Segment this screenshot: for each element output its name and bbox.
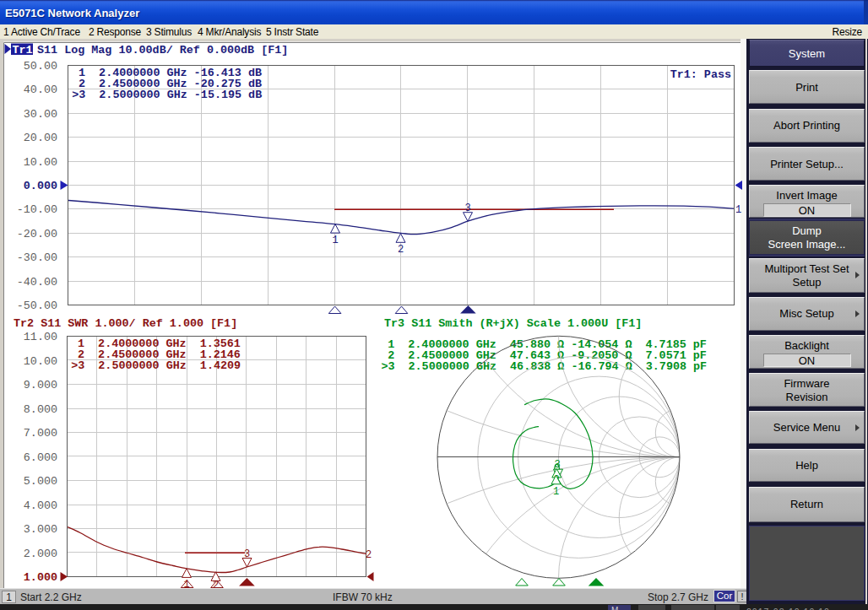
- svg-text:8.000: 8.000: [24, 403, 57, 416]
- svg-text:-40.00: -40.00: [17, 276, 57, 289]
- svg-text:>3 2.5000000 GHz -15.195 dB: >3 2.5000000 GHz -15.195 dB: [72, 89, 262, 101]
- svg-text:11.00: 11.00: [24, 331, 57, 343]
- svg-text:7.000: 7.000: [24, 427, 57, 440]
- svg-text:2.000: 2.000: [24, 548, 57, 560]
- svg-text:1: 1: [332, 235, 338, 246]
- svg-text:9.000: 9.000: [24, 379, 57, 391]
- svg-text:>3 2.5000000 GHz 1.4209: >3 2.5000000 GHz 1.4209: [71, 359, 241, 372]
- svg-text:3.000: 3.000: [24, 523, 57, 536]
- svg-text:40.00: 40.00: [24, 84, 57, 96]
- svg-text:-50.00: -50.00: [17, 300, 57, 312]
- svg-text:-30.00: -30.00: [17, 251, 57, 264]
- svg-text:Tr1: Tr1: [13, 44, 33, 57]
- svg-text:50.00: 50.00: [24, 60, 57, 73]
- svg-text:5.000: 5.000: [24, 475, 57, 488]
- svg-text:30.00: 30.00: [24, 108, 57, 121]
- svg-text:1: 1: [735, 204, 741, 216]
- svg-text:-10.00: -10.00: [17, 203, 57, 216]
- svg-text:Tr2 S11 SWR 1.000/ Ref 1.000 [: Tr2 S11 SWR 1.000/ Ref 1.000 [F1]: [14, 317, 237, 330]
- svg-text:10.00: 10.00: [24, 355, 57, 368]
- svg-text:Tr1: Pass: Tr1: Pass: [670, 68, 731, 81]
- svg-text:2: 2: [213, 580, 219, 588]
- svg-text:3: 3: [244, 548, 250, 560]
- svg-text:2: 2: [398, 244, 404, 256]
- svg-text:1: 1: [183, 579, 189, 589]
- svg-text:2: 2: [366, 549, 372, 561]
- svg-text:-20.00: -20.00: [17, 228, 57, 240]
- svg-text:20.00: 20.00: [24, 132, 57, 144]
- svg-text:3: 3: [464, 202, 470, 214]
- svg-text:Tr3 S11 Smith (R+jX) Scale 1.0: Tr3 S11 Smith (R+jX) Scale 1.000U [F1]: [384, 317, 642, 330]
- svg-text:S11 Log Mag 10.00dB/ Ref 0.000: S11 Log Mag 10.00dB/ Ref 0.000dB [F1]: [37, 44, 288, 57]
- svg-text:0.000: 0.000: [24, 180, 57, 192]
- svg-text:1.000: 1.000: [24, 571, 57, 584]
- svg-text:10.00: 10.00: [24, 156, 57, 169]
- svg-text:6.000: 6.000: [24, 451, 57, 464]
- svg-text:4.000: 4.000: [24, 499, 57, 512]
- svg-text:1: 1: [553, 486, 559, 498]
